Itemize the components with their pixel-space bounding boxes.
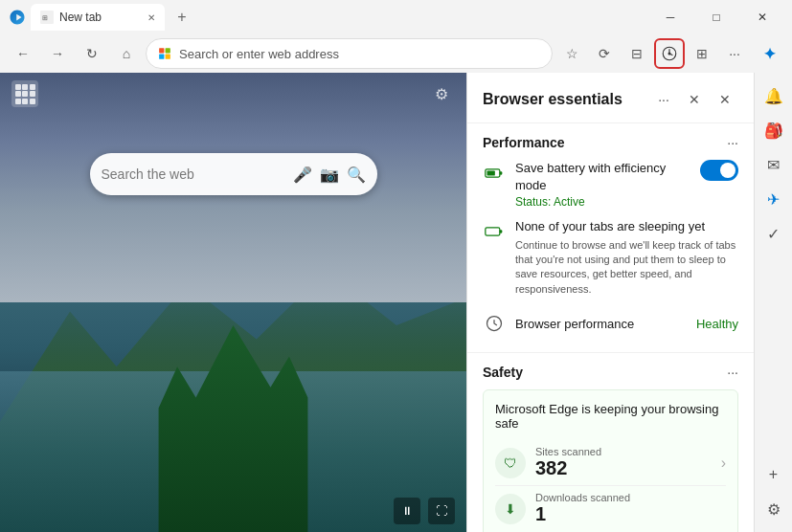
search-container: Search the web 🎤 📷 🔍 bbox=[90, 153, 377, 195]
refresh-hint-button[interactable]: ⟳ bbox=[589, 38, 620, 69]
sidebar-history[interactable]: 🎒 bbox=[758, 115, 789, 145]
microphone-icon[interactable]: 🎤 bbox=[293, 166, 312, 184]
safety-section-title: Safety bbox=[483, 365, 727, 380]
sidebar-settings[interactable]: ⚙ bbox=[758, 494, 789, 524]
downloads-scanned-value: 1 bbox=[535, 503, 726, 525]
safety-card-title: Microsoft Edge is keeping your browsing … bbox=[495, 402, 726, 431]
address-text: Search or enter web address bbox=[179, 47, 540, 61]
battery-content: Save battery with efficiency mode Status… bbox=[515, 160, 690, 209]
address-bar[interactable]: Search or enter web address bbox=[146, 38, 553, 69]
active-tab[interactable]: ⊞ New tab ✕ bbox=[31, 4, 165, 31]
downloads-scanned-info: Downloads scanned 1 bbox=[535, 492, 726, 525]
sleeping-tabs-title: None of your tabs are sleeping yet bbox=[515, 218, 738, 235]
sidebar-extensions[interactable]: ✈ bbox=[758, 184, 789, 214]
safety-card: Microsoft Edge is keeping your browsing … bbox=[483, 389, 738, 532]
battery-status: Status: Active bbox=[515, 195, 690, 209]
svg-rect-10 bbox=[487, 171, 495, 176]
copilot-button[interactable]: ✦ bbox=[754, 38, 784, 69]
browser-essentials-button[interactable] bbox=[654, 38, 685, 69]
new-tab-overlay: ⚙ Search the web 🎤 📷 🔍 ⏸ ⛶ bbox=[0, 73, 466, 532]
performance-section-title: Performance bbox=[483, 135, 727, 150]
apps-grid-button[interactable] bbox=[11, 80, 38, 107]
right-sidebar: 🔔 🎒 ✉ ✈ ✓ + ⚙ bbox=[754, 73, 792, 532]
edge-logo bbox=[8, 8, 27, 27]
browser-performance-row: Browser performance Healthy bbox=[483, 306, 738, 341]
nav-actions: ☆ ⟳ ⊟ ⊞ ··· bbox=[556, 38, 750, 69]
search-box[interactable]: Search the web 🎤 📷 🔍 bbox=[90, 153, 377, 195]
search-button[interactable]: 🔍 bbox=[347, 166, 366, 184]
panel-more-button[interactable]: ··· bbox=[650, 86, 677, 113]
tab-area: ⊞ New tab ✕ + bbox=[8, 4, 643, 31]
sidebar-favorites[interactable]: 🔔 bbox=[758, 80, 789, 111]
sites-scanned-label: Sites scanned bbox=[535, 446, 712, 457]
downloads-scanned-icon: ⬇ bbox=[495, 494, 526, 524]
browser-performance-status[interactable]: Healthy bbox=[696, 317, 738, 331]
fullscreen-button[interactable]: ⛶ bbox=[428, 498, 455, 524]
sites-scanned-row: 🛡 Sites scanned 382 › bbox=[495, 440, 726, 486]
downloads-scanned-label: Downloads scanned bbox=[535, 492, 726, 503]
collections-button[interactable]: ⊞ bbox=[687, 38, 717, 69]
battery-icon bbox=[483, 162, 506, 185]
sites-scanned-arrow[interactable]: › bbox=[721, 454, 726, 472]
new-tab-bottom-controls: ⏸ ⛶ bbox=[394, 498, 455, 524]
performance-more-button[interactable]: ··· bbox=[727, 135, 738, 150]
battery-toggle[interactable] bbox=[700, 160, 738, 181]
window-controls: ─ □ ✕ bbox=[648, 3, 784, 32]
sidebar-add-button[interactable]: + bbox=[758, 459, 789, 490]
battery-item: Save battery with efficiency mode Status… bbox=[483, 160, 738, 209]
sleeping-tabs-content: None of your tabs are sleeping yet Conti… bbox=[515, 218, 738, 297]
title-bar: ⊞ New tab ✕ + ─ □ ✕ bbox=[0, 0, 792, 34]
nav-bar: ← → ↻ ⌂ Search or enter web address ☆ ⟳ … bbox=[0, 34, 792, 73]
battery-title: Save battery with efficiency mode bbox=[515, 160, 690, 194]
more-tools-button[interactable]: ··· bbox=[719, 38, 750, 69]
browser-performance-label: Browser performance bbox=[515, 317, 696, 331]
close-button[interactable]: ✕ bbox=[740, 3, 784, 32]
sidebar-games[interactable]: ✓ bbox=[758, 218, 789, 249]
back-button[interactable]: ← bbox=[8, 38, 38, 69]
maximize-button[interactable]: □ bbox=[694, 3, 738, 32]
main-content: ⚙ Search the web 🎤 📷 🔍 ⏸ ⛶ bbox=[0, 73, 792, 532]
split-view-button[interactable]: ⊟ bbox=[622, 38, 652, 69]
favorites-button[interactable]: ☆ bbox=[556, 38, 587, 69]
safety-more-button[interactable]: ··· bbox=[727, 365, 738, 380]
svg-rect-3 bbox=[166, 48, 170, 53]
svg-rect-11 bbox=[486, 228, 500, 235]
panel-close-button[interactable]: ✕ bbox=[712, 86, 738, 113]
sleeping-tabs-desc: Continue to browse and we'll keep track … bbox=[515, 238, 738, 298]
safety-section: Safety ··· Microsoft Edge is keeping you… bbox=[467, 353, 754, 532]
sites-scanned-icon: 🛡 bbox=[495, 448, 526, 478]
svg-rect-4 bbox=[159, 55, 164, 59]
new-tab-background: ⚙ Search the web 🎤 📷 🔍 ⏸ ⛶ bbox=[0, 73, 466, 532]
home-button[interactable]: ⌂ bbox=[111, 38, 142, 69]
sidebar-downloads[interactable]: ✉ bbox=[758, 149, 789, 180]
panel-header-actions: ··· ✕ ✕ bbox=[650, 86, 738, 113]
tab-close-btn[interactable]: ✕ bbox=[147, 12, 155, 23]
svg-rect-9 bbox=[500, 171, 503, 174]
sleeping-tabs-icon bbox=[483, 220, 506, 243]
svg-rect-2 bbox=[159, 48, 164, 53]
new-tab-button[interactable]: + bbox=[169, 4, 195, 31]
performance-section-header: Performance ··· bbox=[483, 135, 738, 150]
minimize-button[interactable]: ─ bbox=[648, 3, 692, 32]
sleeping-tabs-item: None of your tabs are sleeping yet Conti… bbox=[483, 218, 738, 297]
pause-button[interactable]: ⏸ bbox=[394, 498, 420, 524]
refresh-button[interactable]: ↻ bbox=[77, 38, 107, 69]
panel-title: Browser essentials bbox=[483, 91, 650, 108]
camera-search-icon[interactable]: 📷 bbox=[320, 166, 339, 184]
safety-section-header: Safety ··· bbox=[483, 365, 738, 380]
svg-rect-12 bbox=[500, 231, 503, 233]
page-settings-button[interactable]: ⚙ bbox=[428, 80, 455, 107]
forward-button[interactable]: → bbox=[42, 38, 73, 69]
browser-essentials-panel: Browser essentials ··· ✕ ✕ Performance ·… bbox=[466, 73, 754, 532]
panel-pin-button[interactable]: ✕ bbox=[681, 86, 708, 113]
tab-title: New tab bbox=[59, 11, 102, 24]
sidebar-bottom: + ⚙ bbox=[758, 459, 789, 524]
sites-scanned-info: Sites scanned 382 bbox=[535, 446, 712, 479]
svg-rect-5 bbox=[166, 55, 170, 59]
svg-text:⊞: ⊞ bbox=[42, 14, 48, 21]
grid-icon bbox=[15, 84, 35, 104]
svg-point-7 bbox=[668, 53, 671, 55]
performance-icon bbox=[483, 312, 506, 335]
panel-header: Browser essentials ··· ✕ ✕ bbox=[467, 73, 754, 123]
new-tab-top-bar: ⚙ bbox=[0, 73, 466, 115]
